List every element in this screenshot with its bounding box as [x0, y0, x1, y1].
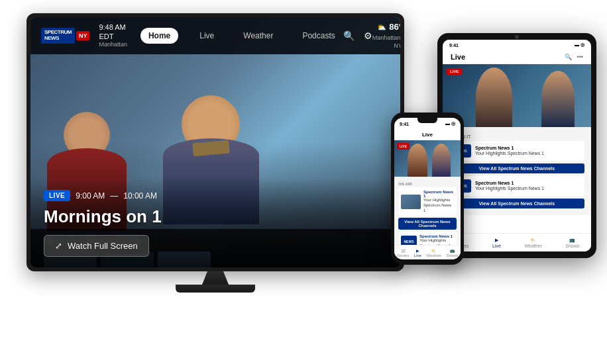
expand-icon: ⤢	[55, 241, 62, 251]
phone-live-badge: LIVE	[397, 143, 410, 150]
tablet-header-title: Live	[451, 53, 465, 61]
tablet-live-badge: LIVE	[447, 68, 462, 75]
tv-stand-neck	[202, 271, 229, 285]
tv-screen: SPECTRUMNEWS NY 9:48 AM EDT Manhattan Ho…	[30, 17, 400, 267]
tv-weather-top: ⛅ 86° Manhattan, NY	[372, 21, 400, 50]
tablet-screen: 9:41 ▬ ◎ Live 🔍 ••• LIVE	[443, 40, 591, 251]
phone-notch	[417, 118, 437, 123]
tablet-ellipsis-icon[interactable]: •••	[577, 54, 583, 60]
weather-temp: 86°	[389, 21, 400, 33]
tablet-nav-shows[interactable]: 📺 Shows	[565, 238, 579, 248]
live-pill: LIVE	[44, 190, 70, 201]
spectrum-logo: SPECTRUMNEWS	[41, 28, 75, 44]
weather-cloud-icon: ⛅	[377, 23, 386, 32]
tv-time-display: 9:48 AM EDT Manhattan	[99, 23, 127, 49]
phone-anchor-2	[432, 144, 451, 177]
nav-item-podcasts[interactable]: Podcasts	[294, 28, 343, 44]
tv-stand-base	[176, 285, 255, 293]
tablet-content: ON AIR IT NEWS Spectrum News 1 Your High…	[443, 127, 591, 215]
tablet-live-icon: ▶	[495, 238, 498, 243]
tv-container: SPECTRUMNEWS NY 9:48 AM EDT Manhattan Ho…	[27, 13, 404, 318]
nav-item-home[interactable]: Home	[140, 28, 178, 44]
tablet-view-all-button[interactable]: View All Spectrum News Channels	[449, 163, 584, 173]
phone-container: 9:41 ▬ ◎ Live LIVE ON AIR	[391, 113, 464, 265]
phone-weather-icon: ⛅	[431, 248, 436, 253]
tablet-camera	[515, 35, 519, 39]
phone-card-1-img	[401, 195, 421, 209]
phone-live-icon: ▶	[416, 248, 419, 253]
phone-header-title: Live	[422, 132, 433, 138]
tablet-on-air-label: ON AIR IT	[449, 134, 584, 139]
live-time-sep: —	[110, 191, 118, 201]
phone-time: 9:41	[400, 122, 409, 126]
phone-bezel: 9:41 ▬ ◎ Live LIVE ON AIR	[391, 113, 464, 265]
live-time-end: 10:00 AM	[123, 191, 157, 201]
phone-header: Live	[394, 130, 461, 140]
nav-item-weather[interactable]: Weather	[235, 28, 281, 44]
phone-card-1-sub: Your Highlights Spectrum News 1	[423, 198, 454, 213]
tablet-card-1-sub: Your Highlights Spectrum News 1	[475, 150, 544, 156]
tablet-card-1-title: Spectrum News 1	[475, 146, 544, 150]
phone-stories-icon: 📰	[401, 248, 406, 253]
tablet-card-2-title: Spectrum News 1	[475, 181, 544, 185]
weather-location: Manhattan, NY	[372, 34, 400, 50]
phone-nav-live[interactable]: ▶ Live	[414, 248, 421, 257]
phone-status-icons: ▬ ◎	[445, 121, 455, 126]
watch-fullscreen-button[interactable]: ⤢ Watch Full Screen	[44, 235, 149, 257]
tablet-card-1-text: Spectrum News 1 Your Highlights Spectrum…	[475, 146, 544, 156]
gear-icon[interactable]: ⚙	[364, 30, 372, 41]
tablet-card-1: NEWS Spectrum News 1 Your Highlights Spe…	[449, 141, 584, 161]
ny-badge: NY	[76, 31, 90, 40]
tablet-search-icon[interactable]: 🔍	[565, 54, 572, 60]
tablet-weather-icon: ⛅	[530, 238, 536, 243]
phone-card-1-text: Spectrum News 1 Your Highlights Spectrum…	[423, 190, 454, 213]
phone-card-1: Spectrum News 1 Your Highlights Spectrum…	[398, 187, 457, 216]
phone-anchor-1	[408, 144, 427, 177]
tablet-anchor-2	[541, 71, 575, 127]
phone-view-all-button[interactable]: View All Spectrum News Channels	[398, 218, 457, 230]
tablet-header-icons: 🔍 •••	[565, 54, 583, 60]
tablet-time: 9:41	[449, 43, 459, 48]
tablet-card-2: NEWS Spectrum News 1 Your Highlights Spe…	[449, 176, 584, 196]
tablet-card-2-text: Spectrum News 1 Your Highlights Spectrum…	[475, 181, 544, 191]
tablet-video[interactable]: LIVE	[443, 64, 591, 127]
tablet-nav-weather[interactable]: ⛅ Weather	[524, 238, 541, 248]
phone-nav-shows[interactable]: 📺 Shows	[446, 248, 458, 257]
show-title: Mornings on 1	[44, 206, 387, 227]
tv-nav-icons: 🔍 ⚙	[343, 30, 372, 41]
tablet-status-bar: 9:41 ▬ ◎	[443, 40, 591, 50]
tablet-anchor-1	[476, 68, 512, 127]
phone-on-air-label: ON AIR	[398, 182, 457, 186]
phone-shows-icon: 📺	[450, 248, 455, 253]
tablet-nav-live[interactable]: ▶ Live	[492, 238, 501, 248]
phone-bottom-nav: 📰 Stories ▶ Live ⛅ Weather 📺 Shows	[394, 245, 461, 259]
tv-location: Manhattan	[99, 41, 127, 49]
live-badge-area: LIVE 9:00 AM — 10:00 AM	[44, 190, 157, 201]
phone-nav-weather[interactable]: ⛅ Weather	[426, 248, 441, 257]
search-icon[interactable]: 🔍	[343, 30, 355, 41]
tv-nav-items: Home Live Weather Podcasts	[140, 28, 343, 44]
tv-bezel: SPECTRUMNEWS NY 9:48 AM EDT Manhattan Ho…	[27, 13, 404, 271]
watch-btn-label: Watch Full Screen	[68, 241, 138, 251]
tablet-card-2-sub: Your Highlights Spectrum News 1	[475, 185, 544, 191]
nav-item-live[interactable]: Live	[192, 28, 222, 44]
tv-navbar: SPECTRUMNEWS NY 9:48 AM EDT Manhattan Ho…	[30, 17, 400, 54]
phone-video[interactable]: LIVE	[394, 140, 461, 177]
tablet-view-all-button-2[interactable]: View All Spectrum News Channels	[449, 199, 584, 208]
tablet-bottom-nav: 📰 Stories ▶ Live ⛅ Weather 📺 Shows	[443, 233, 591, 251]
tv-time: 9:48 AM EDT	[99, 23, 127, 42]
phone-nav-stories[interactable]: 📰 Stories	[397, 248, 410, 257]
tv-stand	[27, 271, 404, 293]
scene: SPECTRUMNEWS NY 9:48 AM EDT Manhattan Ho…	[0, 0, 607, 364]
tv-logo: SPECTRUMNEWS NY	[41, 28, 89, 44]
live-time-start: 9:00 AM	[76, 191, 105, 201]
phone-screen: 9:41 ▬ ◎ Live LIVE ON AIR	[394, 118, 461, 259]
tv-overlay: LIVE 9:00 AM — 10:00 AM Mornings on 1 ⤢ …	[30, 178, 400, 267]
tablet-shows-icon: 📺	[569, 238, 575, 243]
tablet-header: Live 🔍 •••	[443, 50, 591, 64]
phone-card-1-title: Spectrum News 1	[423, 190, 454, 198]
tablet-status-icons: ▬ ◎	[575, 42, 584, 48]
